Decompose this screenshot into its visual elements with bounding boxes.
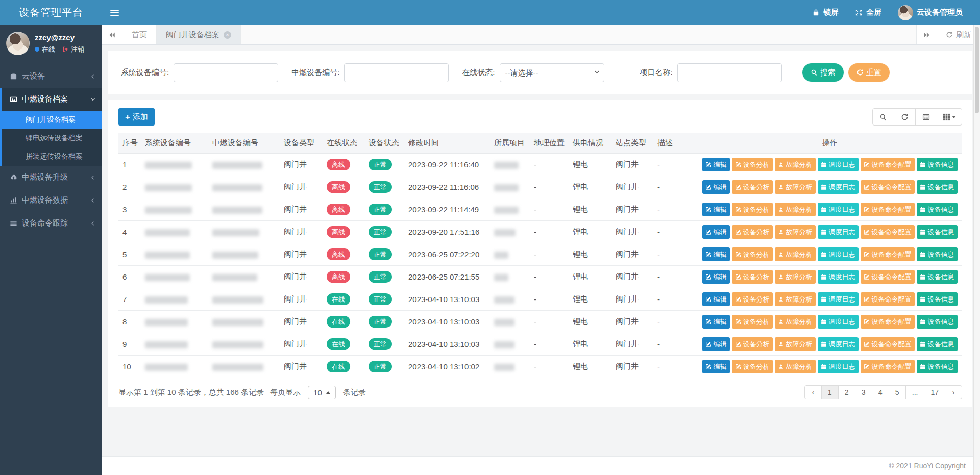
pagination-page-5[interactable]: 5 (889, 385, 906, 399)
action-button-设备信息[interactable]: 设备信息 (917, 158, 958, 171)
sidebar-item-1[interactable]: 中燃设备档案 (2, 88, 102, 111)
action-button-设备分析[interactable]: 设备分析 (732, 158, 773, 171)
action-button-故障分析[interactable]: 故障分析 (775, 225, 816, 239)
toolbar-search-button[interactable] (872, 108, 894, 126)
tab-0[interactable]: 首页 (122, 25, 157, 44)
action-button-编辑[interactable]: 编辑 (702, 360, 730, 373)
action-button-故障分析[interactable]: 故障分析 (775, 158, 816, 171)
action-button-故障分析[interactable]: 故障分析 (775, 247, 816, 261)
pagination-page-2[interactable]: 2 (838, 385, 855, 399)
action-button-调度日志[interactable]: 调度日志 (818, 337, 859, 351)
fullscreen-button[interactable]: 全屏 (847, 0, 890, 25)
action-button-故障分析[interactable]: 故障分析 (775, 203, 816, 216)
action-button-设备信息[interactable]: 设备信息 (917, 203, 958, 216)
action-button-设备命令配置[interactable]: 设备命令配置 (861, 203, 915, 216)
action-button-设备命令配置[interactable]: 设备命令配置 (861, 360, 915, 373)
action-button-设备信息[interactable]: 设备信息 (917, 360, 958, 373)
action-button-调度日志[interactable]: 调度日志 (818, 158, 859, 171)
action-button-设备分析[interactable]: 设备分析 (732, 180, 773, 194)
sidebar-item-0[interactable]: 云设备 (2, 65, 102, 88)
action-button-调度日志[interactable]: 调度日志 (818, 270, 859, 284)
action-button-设备命令配置[interactable]: 设备命令配置 (861, 180, 915, 194)
sidebar-item-2[interactable]: 中燃设备升级 (2, 166, 102, 189)
sidebar-subitem-1-0[interactable]: 阀门井设备档案 (0, 111, 102, 129)
pagination-page-3[interactable]: 3 (855, 385, 872, 399)
action-button-设备分析[interactable]: 设备分析 (732, 337, 773, 351)
action-button-调度日志[interactable]: 调度日志 (818, 315, 859, 329)
action-button-设备命令配置[interactable]: 设备命令配置 (861, 225, 915, 239)
action-button-编辑[interactable]: 编辑 (702, 180, 730, 194)
reset-button[interactable]: 重置 (848, 63, 890, 82)
action-button-调度日志[interactable]: 调度日志 (818, 247, 859, 261)
search-button[interactable]: 搜索 (802, 63, 844, 82)
action-button-设备分析[interactable]: 设备分析 (732, 292, 773, 306)
add-button[interactable]: + 添加 (118, 108, 155, 126)
action-button-设备命令配置[interactable]: 设备命令配置 (861, 158, 915, 171)
action-button-编辑[interactable]: 编辑 (702, 270, 730, 284)
tabs-scroll-right-button[interactable] (916, 25, 937, 44)
action-button-设备分析[interactable]: 设备分析 (732, 315, 773, 329)
tab-close-icon[interactable]: × (224, 31, 231, 39)
input-gas-device-no[interactable] (344, 63, 449, 82)
action-button-设备分析[interactable]: 设备分析 (732, 203, 773, 216)
action-button-设备信息[interactable]: 设备信息 (917, 337, 958, 351)
action-button-调度日志[interactable]: 调度日志 (818, 225, 859, 239)
toolbar-columns-grid-button[interactable] (937, 108, 962, 126)
sidebar-subitem-1-1[interactable]: 锂电远传设备档案 (2, 129, 102, 147)
sidebar-item-4[interactable]: 设备命令跟踪 (2, 212, 102, 235)
toolbar-detail-view-button[interactable] (915, 108, 937, 126)
app-logo[interactable]: 设备管理平台 (0, 0, 102, 25)
input-project-name[interactable] (677, 63, 782, 82)
action-button-编辑[interactable]: 编辑 (702, 225, 730, 239)
action-button-编辑[interactable]: 编辑 (702, 203, 730, 216)
scrollbar[interactable] (973, 25, 980, 475)
pagination-next[interactable]: › (945, 385, 962, 399)
action-button-设备命令配置[interactable]: 设备命令配置 (861, 292, 915, 306)
toolbar-refresh-button[interactable] (894, 108, 916, 126)
scrollbar-thumb[interactable] (975, 27, 979, 113)
action-button-设备信息[interactable]: 设备信息 (917, 180, 958, 194)
action-button-设备分析[interactable]: 设备分析 (732, 360, 773, 373)
action-button-设备分析[interactable]: 设备分析 (732, 270, 773, 284)
pagination-page-4[interactable]: 4 (872, 385, 889, 399)
pagination-page-17[interactable]: 17 (924, 385, 945, 399)
action-button-调度日志[interactable]: 调度日志 (818, 203, 859, 216)
lock-screen-button[interactable]: 锁屏 (804, 0, 847, 25)
action-button-调度日志[interactable]: 调度日志 (818, 360, 859, 373)
pagination-page-1[interactable]: 1 (821, 385, 839, 399)
action-button-设备信息[interactable]: 设备信息 (917, 292, 958, 306)
action-button-编辑[interactable]: 编辑 (702, 158, 730, 171)
page-size-dropdown[interactable]: 10 (308, 386, 336, 399)
logout-link[interactable]: 注销 (62, 45, 84, 54)
action-button-设备分析[interactable]: 设备分析 (732, 247, 773, 261)
action-button-设备信息[interactable]: 设备信息 (917, 225, 958, 239)
action-button-故障分析[interactable]: 故障分析 (775, 337, 816, 351)
action-button-设备命令配置[interactable]: 设备命令配置 (861, 315, 915, 329)
action-button-设备信息[interactable]: 设备信息 (917, 247, 958, 261)
action-button-编辑[interactable]: 编辑 (702, 247, 730, 261)
action-button-设备命令配置[interactable]: 设备命令配置 (861, 270, 915, 284)
action-button-设备命令配置[interactable]: 设备命令配置 (861, 247, 915, 261)
action-button-编辑[interactable]: 编辑 (702, 337, 730, 351)
action-button-故障分析[interactable]: 故障分析 (775, 292, 816, 306)
action-button-设备命令配置[interactable]: 设备命令配置 (861, 337, 915, 351)
action-button-设备分析[interactable]: 设备分析 (732, 225, 773, 239)
action-button-调度日志[interactable]: 调度日志 (818, 292, 859, 306)
action-button-故障分析[interactable]: 故障分析 (775, 360, 816, 373)
tabs-scroll-left-button[interactable] (102, 25, 122, 44)
sidebar-toggle-button[interactable] (110, 10, 119, 16)
tab-1[interactable]: 阀门井设备档案× (157, 25, 241, 44)
user-menu[interactable]: 云设备管理员 (890, 0, 971, 25)
action-button-故障分析[interactable]: 故障分析 (775, 315, 816, 329)
action-button-故障分析[interactable]: 故障分析 (775, 270, 816, 284)
pagination-prev[interactable]: ‹ (804, 385, 822, 399)
action-button-设备信息[interactable]: 设备信息 (917, 270, 958, 284)
action-button-调度日志[interactable]: 调度日志 (818, 180, 859, 194)
sidebar-subitem-1-2[interactable]: 拼装远传设备档案 (2, 147, 102, 166)
action-button-编辑[interactable]: 编辑 (702, 292, 730, 306)
action-button-编辑[interactable]: 编辑 (702, 315, 730, 329)
action-button-设备信息[interactable]: 设备信息 (917, 315, 958, 329)
select-online-status[interactable]: --请选择-- (500, 63, 604, 82)
action-button-故障分析[interactable]: 故障分析 (775, 180, 816, 194)
sidebar-item-3[interactable]: 中燃设备数据 (2, 189, 102, 212)
